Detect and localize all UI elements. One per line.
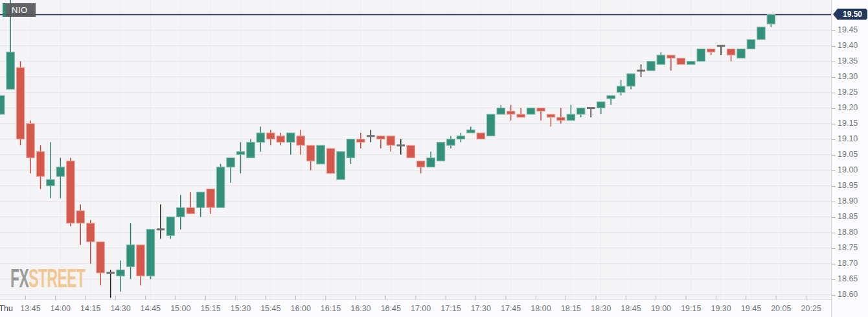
price-axis-label: 18.90 (838, 196, 858, 205)
candle-15:20[interactable] (216, 164, 225, 207)
candle-13:45[interactable] (27, 121, 35, 174)
candle-18:05[interactable] (547, 114, 555, 126)
price-tick (832, 30, 836, 31)
candle-16:40[interactable] (377, 136, 385, 148)
fxstreet-logo: FXSTREET (10, 265, 85, 292)
candle-13:40[interactable] (16, 62, 25, 146)
candle-18:50[interactable] (637, 64, 645, 76)
candle-16:00[interactable] (297, 130, 305, 154)
candlestick-chart[interactable] (0, 0, 831, 299)
price-axis-label: 19.05 (838, 150, 858, 159)
candle-17:10[interactable] (437, 142, 445, 161)
candle-18:35[interactable] (607, 95, 615, 104)
candle-14:05[interactable] (67, 158, 75, 226)
candle-15:00[interactable] (177, 195, 185, 229)
candle-16:15[interactable] (326, 148, 335, 173)
time-axis-label: 16:00 (291, 304, 311, 313)
time-axis-label: 20:25 (801, 304, 821, 313)
candle-17:50[interactable] (517, 108, 525, 117)
candle-18:30[interactable] (597, 102, 606, 114)
price-tick (832, 108, 836, 109)
candle-14:00[interactable] (56, 158, 65, 198)
candle-18:00[interactable] (537, 108, 545, 121)
candle-14:30[interactable] (117, 261, 125, 292)
candle-16:50[interactable] (397, 139, 405, 155)
candle-15:45[interactable] (267, 130, 275, 145)
time-axis-label: 19:15 (681, 304, 701, 313)
candle-19:50[interactable] (757, 27, 766, 40)
candle-18:40[interactable] (617, 80, 625, 95)
price-tick (832, 295, 836, 296)
candle-18:25[interactable] (587, 107, 595, 117)
price-tick (832, 46, 836, 47)
price-axis[interactable]: 19.50 19.4519.4019.3519.3019.2519.2019.1… (831, 0, 868, 317)
candle-18:55[interactable] (647, 62, 656, 71)
candle-16:25[interactable] (347, 139, 355, 164)
price-tick (832, 233, 836, 233)
candle-17:30[interactable] (477, 133, 485, 139)
candle-15:35[interactable] (247, 139, 255, 158)
candle-18:15[interactable] (567, 105, 575, 121)
time-axis-label: 19:00 (651, 304, 671, 313)
price-axis-label: 18.65 (838, 274, 858, 283)
candle-16:30[interactable] (357, 133, 365, 148)
time-axis-label: 14:45 (141, 304, 161, 313)
price-tick (832, 124, 836, 124)
candle-18:10[interactable] (557, 108, 565, 124)
candle-18:45[interactable] (627, 74, 635, 89)
candle-19:55[interactable] (767, 15, 775, 27)
candle-14:45[interactable] (146, 229, 155, 279)
candle-17:15[interactable] (447, 136, 455, 148)
candle-19:35[interactable] (727, 49, 735, 61)
price-tick (832, 248, 836, 249)
candle-15:40[interactable] (257, 126, 265, 151)
candle-15:10[interactable] (196, 192, 205, 217)
candle-19:20[interactable] (697, 49, 705, 61)
time-axis-label: 18:00 (531, 304, 551, 313)
candle-19:45[interactable] (747, 40, 755, 49)
candle-17:00[interactable] (417, 161, 425, 173)
time-axis-day-label: Thu (0, 304, 13, 313)
candle-19:30[interactable] (717, 45, 725, 55)
candle-16:55[interactable] (407, 145, 415, 158)
candle-17:20[interactable] (457, 133, 465, 142)
candle-19:00[interactable] (657, 52, 665, 64)
candle-14:25[interactable] (106, 270, 115, 298)
candle-14:15[interactable] (87, 220, 95, 263)
price-axis-label: 18.70 (838, 259, 858, 268)
candle-15:15[interactable] (207, 189, 215, 213)
candle-19:25[interactable] (707, 49, 715, 55)
candle-19:05[interactable] (667, 55, 676, 71)
price-axis-label: 18.85 (838, 212, 858, 221)
candle-15:50[interactable] (277, 133, 285, 145)
candle-15:30[interactable] (236, 142, 245, 173)
price-axis-label: 18.75 (838, 243, 858, 252)
candle-15:55[interactable] (287, 133, 295, 155)
price-axis-label: 19.45 (838, 25, 858, 34)
candle-14:35[interactable] (126, 223, 135, 279)
candle-17:45[interactable] (507, 105, 515, 121)
candle-17:40[interactable] (497, 105, 505, 114)
candle-13:30[interactable] (0, 95, 5, 114)
candle-13:50[interactable] (36, 145, 45, 189)
time-axis[interactable]: Thu13:4514:0014:1514:3014:4515:0015:1515… (0, 299, 831, 317)
candle-16:05[interactable] (306, 145, 315, 170)
candle-15:05[interactable] (187, 192, 195, 214)
candle-17:25[interactable] (467, 126, 475, 133)
candle-19:15[interactable] (687, 62, 696, 65)
price-axis-label: 19.15 (838, 119, 858, 128)
price-pane[interactable]: NIO FXSTREET (0, 0, 831, 299)
candle-16:20[interactable] (337, 152, 345, 180)
candle-17:55[interactable] (527, 108, 535, 115)
candle-17:35[interactable] (487, 114, 496, 136)
candle-14:50[interactable] (157, 204, 165, 239)
candle-14:55[interactable] (166, 217, 175, 239)
candle-16:10[interactable] (317, 145, 325, 164)
candle-17:05[interactable] (427, 152, 435, 167)
candle-19:40[interactable] (737, 49, 746, 58)
candle-19:10[interactable] (677, 58, 685, 65)
candle-16:45[interactable] (387, 136, 395, 152)
candle-14:10[interactable] (76, 204, 85, 244)
candle-16:35[interactable] (367, 130, 375, 142)
candle-18:20[interactable] (577, 108, 586, 117)
